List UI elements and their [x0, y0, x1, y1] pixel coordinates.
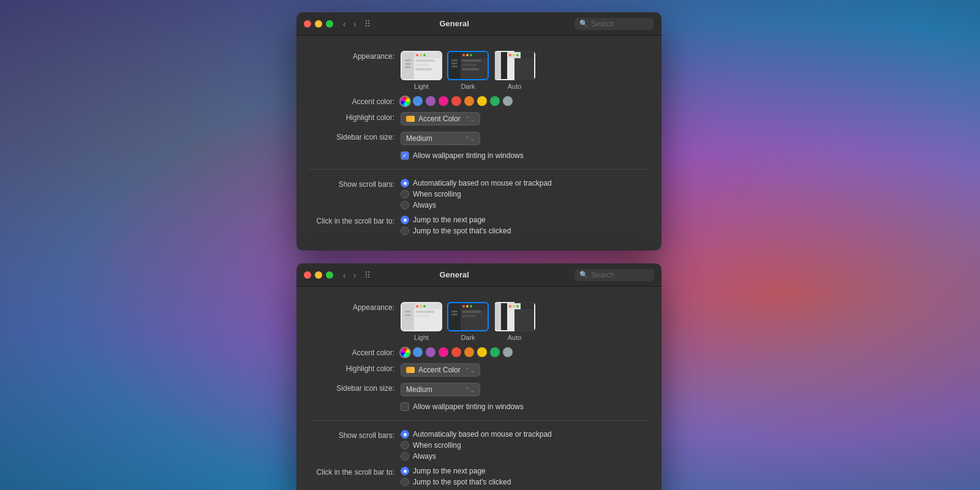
search-icon: 🔍: [579, 20, 588, 28]
scroll-when-radio[interactable]: [401, 190, 409, 198]
accent-purple[interactable]: [426, 96, 435, 106]
sidebar-size-dropdown-2[interactable]: Medium ⌃⌄: [401, 383, 480, 396]
wallpaper-content: ✓ Allow wallpaper tinting in windows: [401, 151, 649, 160]
accent-red-2[interactable]: [451, 347, 461, 357]
accent-green[interactable]: [490, 96, 500, 106]
scroll-bars-content: Automatically based on mouse or trackpad…: [401, 179, 649, 209]
appearance-light-2[interactable]: Light: [401, 302, 442, 341]
scroll-always-radio[interactable]: [401, 201, 409, 209]
accent-colors-2: [401, 347, 649, 357]
wallpaper-content-2: Allow wallpaper tinting in windows: [401, 402, 649, 411]
scroll-auto-radio[interactable]: [401, 179, 409, 187]
window-content-bottom: Appearance:: [296, 287, 662, 490]
sidebar-icon-size-label: Sidebar icon size:: [309, 132, 394, 141]
click-scroll-options: Jump to the next page Jump to the spot t…: [401, 216, 511, 235]
appearance-thumb-light: [401, 51, 442, 80]
sidebar-icon-size-label-2: Sidebar icon size:: [309, 383, 394, 393]
sidebar-size-value-2: Medium: [406, 385, 432, 394]
accent-orange-2[interactable]: [464, 347, 474, 357]
accent-blue[interactable]: [413, 96, 423, 106]
accent-orange[interactable]: [464, 96, 474, 106]
wallpaper-label-empty-2: [309, 402, 394, 404]
scroll-when-radio-2[interactable]: [401, 441, 409, 450]
highlight-color-row: Highlight color: Accent Color ⌃⌄: [296, 109, 662, 129]
accent-pink[interactable]: [439, 96, 448, 106]
accent-green-2[interactable]: [490, 347, 500, 357]
appearance-options: Light: [401, 51, 649, 90]
click-next-radio-2[interactable]: [401, 467, 409, 475]
scroll-always-label-2: Always: [413, 452, 436, 461]
scroll-always-label: Always: [413, 201, 436, 209]
wallpaper-checkbox-row: ✓ Allow wallpaper tinting in windows: [401, 151, 524, 160]
accent-purple-2[interactable]: [426, 347, 435, 357]
scroll-auto-row: Automatically based on mouse or trackpad: [401, 179, 552, 187]
wallpaper-checkbox-2[interactable]: [401, 402, 409, 411]
window-title-2: General: [339, 270, 570, 279]
appearance-option-list: Light: [401, 51, 535, 90]
scroll-always-row-2: Always: [401, 452, 552, 461]
accent-color-label: Accent color:: [309, 96, 394, 106]
search-bar[interactable]: 🔍 Search: [575, 18, 654, 30]
scroll-bars-label: Show scroll bars:: [309, 179, 394, 189]
appearance-auto[interactable]: Auto: [494, 51, 535, 90]
scroll-when-row: When scrolling: [401, 190, 552, 198]
search-bar-2[interactable]: 🔍 Search: [575, 269, 654, 281]
appearance-dark-2[interactable]: Dark: [447, 302, 489, 341]
appearance-dark-label-2: Dark: [461, 334, 475, 341]
click-spot-radio-2[interactable]: [401, 478, 409, 486]
titlebar-bottom: ‹ › ⠿ General 🔍 Search: [296, 263, 662, 287]
accent-red[interactable]: [451, 96, 461, 106]
appearance-row: Appearance:: [296, 48, 662, 93]
appearance-auto-label-2: Auto: [508, 334, 522, 341]
click-spot-row-2: Jump to the spot that's clicked: [401, 478, 511, 486]
click-scroll-content-2: Jump to the next page Jump to the spot t…: [401, 467, 649, 486]
click-next-label-2: Jump to the next page: [413, 467, 486, 475]
wallpaper-checkbox-row-2: Allow wallpaper tinting in windows: [401, 402, 524, 411]
accent-graphite-2[interactable]: [503, 347, 513, 357]
click-spot-label: Jump to the spot that's clicked: [413, 227, 511, 235]
sidebar-size-dropdown[interactable]: Medium ⌃⌄: [401, 132, 480, 145]
accent-yellow[interactable]: [477, 96, 487, 106]
highlight-color-dropdown-2[interactable]: Accent Color ⌃⌄: [401, 363, 480, 377]
appearance-auto-label: Auto: [508, 83, 522, 90]
traffic-lights-2: [304, 271, 333, 279]
scroll-auto-label: Automatically based on mouse or trackpad: [413, 179, 552, 187]
divider-1: [309, 169, 649, 170]
appearance-dark[interactable]: Dark: [447, 51, 489, 90]
accent-graphite[interactable]: [503, 96, 513, 106]
appearance-auto-2[interactable]: Auto: [494, 302, 535, 341]
sidebar-size-content: Medium ⌃⌄: [401, 132, 649, 145]
accent-multicolor-2[interactable]: [401, 348, 410, 357]
accent-pink-2[interactable]: [439, 347, 448, 357]
close-button-2[interactable]: [304, 271, 311, 279]
click-spot-radio[interactable]: [401, 227, 409, 235]
thumb-topbar-dark: [461, 52, 488, 58]
minimize-button[interactable]: [315, 20, 322, 28]
appearance-label: Appearance:: [309, 51, 394, 61]
appearance-light[interactable]: Light: [401, 51, 442, 90]
maximize-button-2[interactable]: [326, 271, 333, 279]
scroll-bars-content-2: Automatically based on mouse or trackpad…: [401, 430, 649, 461]
minimize-button-2[interactable]: [315, 271, 322, 279]
highlight-value: Accent Color: [418, 115, 461, 123]
thumb-sidebar-dark: [448, 52, 461, 79]
appearance-thumb-dark-2: [447, 302, 489, 331]
close-button[interactable]: [304, 20, 311, 28]
appearance-thumb-dark: [447, 51, 489, 80]
accent-blue-2[interactable]: [413, 347, 423, 357]
search-placeholder-2: Search: [591, 271, 614, 279]
accent-color-list-2: [401, 347, 513, 357]
divider-2: [309, 420, 649, 421]
maximize-button[interactable]: [326, 20, 333, 28]
accent-multicolor[interactable]: [401, 97, 410, 106]
scroll-auto-radio-2[interactable]: [401, 430, 409, 439]
highlight-color-dropdown[interactable]: Accent Color ⌃⌄: [401, 112, 480, 126]
highlight-color-label-2: Highlight color:: [309, 363, 394, 373]
wallpaper-checkbox[interactable]: ✓: [401, 151, 409, 160]
accent-yellow-2[interactable]: [477, 347, 487, 357]
highlight-swatch-2: [406, 367, 415, 373]
scroll-always-radio-2[interactable]: [401, 452, 409, 461]
click-next-radio[interactable]: [401, 216, 409, 224]
appearance-dark-label: Dark: [461, 83, 475, 90]
window-bottom: ‹ › ⠿ General 🔍 Search Appearance:: [296, 263, 662, 490]
